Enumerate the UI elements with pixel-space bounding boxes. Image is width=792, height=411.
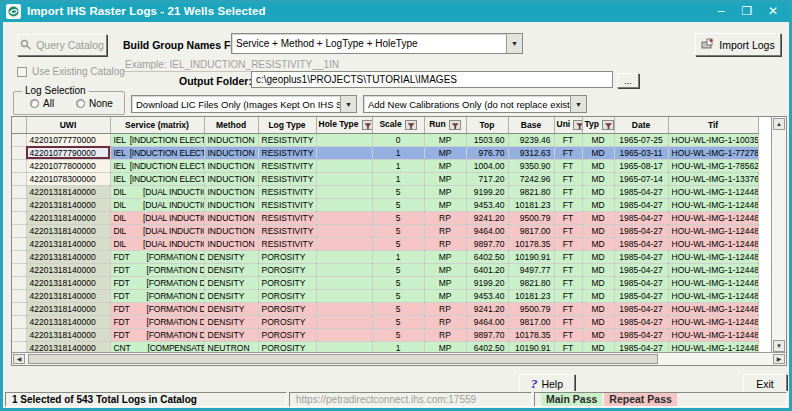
cell-typ[interactable]: MD (582, 328, 614, 341)
cell-run[interactable]: RP (424, 211, 466, 224)
cell-typ[interactable]: MD (582, 302, 614, 315)
cell-service[interactable]: DIL [DUAL INDUCTION-SFL] (110, 224, 204, 237)
cell-hole_type[interactable] (316, 211, 372, 224)
table-row[interactable]: 42201318140000FDT [FORMATION DENSITYDENS… (12, 289, 758, 302)
cell-service[interactable]: FDT [FORMATION DENSITY (110, 263, 204, 276)
cell-method[interactable]: DENSITY (204, 289, 258, 302)
chevron-down-icon[interactable]: ▼ (570, 96, 586, 112)
cell-uwi[interactable]: 42201318140000 (26, 198, 110, 211)
cell-tif[interactable]: HOU-WL-IMG-1-1244801 (668, 302, 758, 315)
cell-top[interactable]: 9453.40 (466, 289, 508, 302)
cell-uni[interactable]: FT (554, 198, 582, 211)
cell-top[interactable]: 9241.20 (466, 211, 508, 224)
cell-run[interactable]: MP (424, 289, 466, 302)
cell-log_type[interactable]: RESISTIVITY (258, 237, 316, 250)
table-row[interactable]: 42201318140000DIL [DUAL INDUCTION-SFL]IN… (12, 198, 758, 211)
column-header-method[interactable]: Method (204, 117, 258, 133)
table-row[interactable]: 42201077790000IEL [INDUCTION ELECTRIC LO… (12, 146, 758, 159)
cell-run[interactable]: RP (424, 302, 466, 315)
cell-date[interactable]: 1985-04-27 (614, 263, 668, 276)
cell-base[interactable]: 7242.96 (508, 172, 554, 185)
row-selector[interactable] (12, 198, 26, 211)
cell-method[interactable]: INDUCTION (204, 237, 258, 250)
use-existing-catalog-checkbox[interactable]: Use Existing Catalog (17, 66, 125, 77)
scroll-down-icon[interactable]: ▼ (773, 340, 785, 352)
cell-uwi[interactable]: 42201077790000 (26, 146, 110, 159)
cell-scale[interactable]: 0 (372, 133, 424, 146)
cell-date[interactable]: 1985-04-27 (614, 211, 668, 224)
cell-method[interactable]: INDUCTION (204, 159, 258, 172)
column-header-top[interactable]: Top (466, 117, 508, 133)
column-header-log_type[interactable]: Log Type (258, 117, 316, 133)
cell-hole_type[interactable] (316, 185, 372, 198)
cell-method[interactable]: DENSITY (204, 263, 258, 276)
cell-base[interactable]: 9817.00 (508, 224, 554, 237)
cell-uwi[interactable]: 42201318140000 (26, 185, 110, 198)
cell-uni[interactable]: FT (554, 263, 582, 276)
query-catalog-button[interactable]: Query Catalog (17, 34, 107, 56)
cell-tif[interactable]: HOU-WL-IMG-1-1244801 (668, 328, 758, 341)
cell-run[interactable]: MP (424, 263, 466, 276)
cell-log_type[interactable]: POROSITY (258, 328, 316, 341)
cell-date[interactable]: 1985-04-27 (614, 276, 668, 289)
scroll-up-icon[interactable]: ▲ (773, 118, 785, 130)
column-header-selector[interactable] (12, 117, 26, 133)
cell-log_type[interactable]: POROSITY (258, 276, 316, 289)
cell-run[interactable]: MP (424, 172, 466, 185)
cell-scale[interactable]: 5 (372, 198, 424, 211)
column-header-uni[interactable]: Uni (554, 117, 582, 133)
cell-date[interactable]: 1965-07-25 (614, 133, 668, 146)
cell-run[interactable]: RP (424, 328, 466, 341)
cell-date[interactable]: 1985-04-27 (614, 302, 668, 315)
cell-tif[interactable]: HOU-WL-IMG-1-1244801 (668, 289, 758, 302)
cell-tif[interactable]: HOU-WL-IMG-1-78562 (668, 159, 758, 172)
cell-base[interactable]: 10181.23 (508, 289, 554, 302)
radio-none[interactable]: None (76, 98, 113, 109)
row-selector[interactable] (12, 302, 26, 315)
cell-uni[interactable]: FT (554, 146, 582, 159)
cell-typ[interactable]: MD (582, 289, 614, 302)
scroll-right-icon[interactable]: ▶ (773, 354, 785, 364)
cell-scale[interactable]: 5 (372, 237, 424, 250)
cell-tif[interactable]: HOU-WL-IMG-1-1244801 (668, 211, 758, 224)
cell-service[interactable]: FDT [FORMATION DENSITY (110, 315, 204, 328)
scroll-left-icon[interactable]: ◀ (13, 354, 25, 364)
cell-uni[interactable]: FT (554, 289, 582, 302)
cell-typ[interactable]: MD (582, 250, 614, 263)
cell-uwi[interactable]: 42201318140000 (26, 250, 110, 263)
cell-service[interactable]: IEL [INDUCTION ELECTRIC LOG] (110, 172, 204, 185)
cell-tif[interactable]: HOU-WL-IMG-1-1244801 (668, 237, 758, 250)
cell-base[interactable]: 9350.90 (508, 159, 554, 172)
cell-typ[interactable]: MD (582, 224, 614, 237)
filter-icon[interactable] (362, 120, 373, 130)
cell-tif[interactable]: HOU-WL-IMG-1-1244801 (668, 198, 758, 211)
cell-uwi[interactable]: 42201318140000 (26, 289, 110, 302)
cell-top[interactable]: 9241.20 (466, 302, 508, 315)
cell-date[interactable]: 1985-04-27 (614, 289, 668, 302)
cell-typ[interactable]: MD (582, 315, 614, 328)
cell-base[interactable]: 9497.77 (508, 263, 554, 276)
cell-log_type[interactable]: RESISTIVITY (258, 224, 316, 237)
cell-date[interactable]: 1985-04-27 (614, 224, 668, 237)
cell-base[interactable]: 9312.63 (508, 146, 554, 159)
cell-uni[interactable]: FT (554, 159, 582, 172)
row-selector[interactable] (12, 133, 26, 146)
column-header-run[interactable]: Run (424, 117, 466, 133)
cell-uwi[interactable]: 42201318140000 (26, 328, 110, 341)
cell-service[interactable]: IEL [INDUCTION ELECTRIC LOG] (110, 133, 204, 146)
cell-top[interactable]: 9897.70 (466, 328, 508, 341)
cell-log_type[interactable]: RESISTIVITY (258, 159, 316, 172)
column-header-tif[interactable]: Tif (668, 117, 758, 133)
column-header-base[interactable]: Base (508, 117, 554, 133)
row-selector[interactable] (12, 146, 26, 159)
cell-scale[interactable]: 5 (372, 276, 424, 289)
cell-uwi[interactable]: 42201078300000 (26, 172, 110, 185)
cell-tif[interactable]: HOU-WL-IMG-1-100356 (668, 133, 758, 146)
cell-hole_type[interactable] (316, 198, 372, 211)
cell-hole_type[interactable] (316, 146, 372, 159)
table-row[interactable]: 42201077800000IEL [INDUCTION ELECTRIC LO… (12, 159, 758, 172)
cell-date[interactable]: 1985-04-27 (614, 185, 668, 198)
cell-typ[interactable]: MD (582, 159, 614, 172)
output-folder-input[interactable]: c:\geoplus1\PROJECTS\TUTORIAL\IMAGES (251, 71, 613, 88)
row-selector[interactable] (12, 224, 26, 237)
